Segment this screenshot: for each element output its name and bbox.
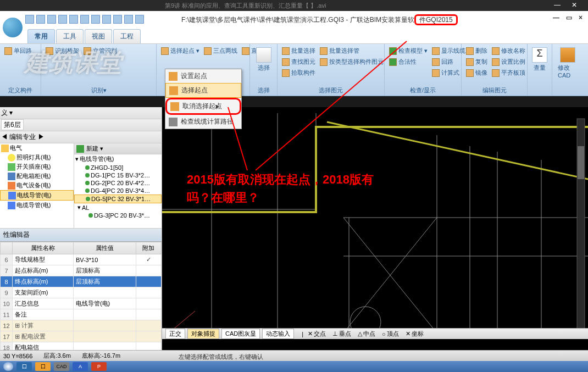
qat-new-icon[interactable] <box>25 15 34 24</box>
floor-selector[interactable]: 第6层 <box>1 119 24 130</box>
btn-batch-sel[interactable]: 批量选择 <box>281 46 317 55</box>
qat-icon[interactable] <box>124 15 133 24</box>
tab-common[interactable]: 常用 <box>27 29 55 43</box>
btn-del[interactable]: 删除 <box>465 46 489 55</box>
window-restore-icon[interactable]: ▭ <box>566 14 572 21</box>
tree-root[interactable]: 电气 <box>10 144 22 152</box>
tree-item[interactable]: ZHGD-1[50] <box>91 164 123 171</box>
btn-sel-start[interactable]: 选择起点▾ <box>160 46 201 55</box>
qat-icon[interactable] <box>91 15 100 24</box>
prop-row[interactable]: 10汇总信息电线导管(电) <box>1 298 162 309</box>
component-tree[interactable]: 新建 ▾ ▾ 电线导管(电) ZHGD-1[50] DG-1[PC 15 BV-… <box>74 143 162 228</box>
property-table[interactable]: 属性名称属性值附加 6导线规格型BV-3*107起点标高(m)层顶标高8终点标高… <box>0 242 162 350</box>
qat-icon[interactable] <box>102 15 111 24</box>
prop-row[interactable]: 18 配电箱信 <box>1 342 162 351</box>
tree-item[interactable]: 电气设备(电) <box>16 181 51 190</box>
tab-tools[interactable]: 工具 <box>56 29 84 43</box>
btn-find[interactable]: 查找图元 <box>281 57 317 66</box>
btn-flat[interactable]: 平齐板顶 <box>491 68 526 77</box>
btn-mirror[interactable]: 镜像 <box>465 68 489 77</box>
btn-id-tray[interactable]: 识别桥架 <box>45 46 80 55</box>
tree-item[interactable]: AL <box>82 204 89 211</box>
btn-qty[interactable]: Σ查量 <box>531 46 548 73</box>
spec-tab[interactable]: 编辑专业 <box>9 133 36 141</box>
menu-check-path[interactable]: 检查线缆计算路径 <box>165 115 241 129</box>
btn-bytype[interactable]: 按类型选择构件图元 <box>319 57 385 66</box>
start-icon[interactable] <box>3 362 13 371</box>
tree-item[interactable]: DG-2[PC 20 BV-4*2… <box>91 180 150 186</box>
btn-cad[interactable]: 修改CAD <box>556 46 579 80</box>
app-icon[interactable]: P <box>91 362 107 371</box>
tree-item[interactable]: 配电箱柜(电) <box>16 172 51 180</box>
btn-check[interactable]: 检查模型▾ <box>388 46 429 55</box>
max-icon[interactable]: ✕ <box>572 1 577 9</box>
tree-item[interactable]: 开关插座(电) <box>16 163 51 171</box>
snap-dynamic[interactable]: 动态输入 <box>262 329 294 339</box>
app-icon[interactable]: 囗 <box>35 362 51 371</box>
prop-row[interactable]: 7起点标高(m)层顶标高 <box>1 265 162 276</box>
qat-open-icon[interactable] <box>36 15 45 24</box>
app-menu-orb[interactable] <box>3 18 23 37</box>
qat-redo-icon[interactable] <box>69 15 78 24</box>
prop-row[interactable]: 12⊞ 计算 <box>1 320 162 331</box>
snap-osnap[interactable]: 对象捕捉 <box>187 329 219 339</box>
qat-icon[interactable] <box>80 15 89 24</box>
tab-project[interactable]: 工程 <box>113 29 141 43</box>
qat-save-icon[interactable] <box>47 15 56 24</box>
app-icon[interactable]: CAD <box>54 362 69 371</box>
snap-ortho[interactable]: 正交 <box>165 329 185 339</box>
app-icon[interactable]: 囗 <box>16 362 32 371</box>
tree-item-selected[interactable]: DG-5[PC 32 BV-3*1… <box>91 196 151 202</box>
qat-icon[interactable] <box>113 15 122 24</box>
tree-root[interactable]: 电线导管(电) <box>80 155 114 163</box>
tree-item[interactable]: 电缆导管(电) <box>16 201 51 209</box>
btn-copy[interactable]: 复制 <box>465 57 489 66</box>
tab-view[interactable]: 视图 <box>85 29 112 43</box>
mirror-icon <box>466 69 474 77</box>
tree-item[interactable]: DG-4[PC 20 BV-3*4… <box>91 187 150 194</box>
dot-icon <box>85 188 90 193</box>
qat-icon[interactable] <box>135 15 144 24</box>
document-path: F:\建筑课堂\多层电气课件\课件\建筑课堂演示工程.GQI3 - 广联达BIM… <box>181 15 458 25</box>
prop-row[interactable]: 8终点标高(m)层顶标高 <box>1 276 162 287</box>
prop-row[interactable]: 11备注 <box>1 309 162 320</box>
menu-cancel-start[interactable]: 取消选择起点➤ <box>165 98 241 115</box>
prop-row[interactable]: 17⊞ 配电设置 <box>1 331 162 342</box>
new-icon <box>76 145 84 153</box>
tree-item-selected[interactable]: 电线导管(电) <box>17 191 51 199</box>
snap-int[interactable]: ✕ 交点 <box>306 330 328 338</box>
prop-row[interactable]: 9支架间距(m) <box>1 287 162 298</box>
min-icon[interactable]: — <box>554 1 561 9</box>
video-title-bar: 第9讲 标准间的应用、查询工具重新识别、汇总重量【 】.avi — ✕ <box>0 0 588 11</box>
tree-item[interactable]: DG-1[PC 15 BV-3*2… <box>91 172 150 179</box>
btn-legal[interactable]: 合法性 <box>388 57 429 66</box>
rename-icon <box>492 47 500 55</box>
menu-set-start[interactable]: 设置起点 <box>165 69 241 83</box>
snap-perp[interactable]: ⊥ 垂点 <box>330 330 353 338</box>
tree-item[interactable]: 照明灯具(电) <box>16 153 51 162</box>
btn-loop[interactable]: 单回路 <box>3 46 33 55</box>
window-min-icon[interactable]: — <box>553 14 559 21</box>
qat-undo-icon[interactable] <box>58 15 67 24</box>
btn-pick[interactable]: 拾取构件 <box>281 68 317 77</box>
new-button[interactable]: 新建 ▾ <box>86 145 103 153</box>
btn-id-riser[interactable]: 立管识别 <box>82 46 118 55</box>
btn-rename[interactable]: 修改名称 <box>491 46 526 55</box>
snap-mid[interactable]: △ 中点 <box>356 330 378 338</box>
btn-3pt[interactable]: 三点两线 <box>203 46 238 55</box>
batch-icon <box>282 47 290 55</box>
category-tree[interactable]: 电气 照明灯具(电) 开关插座(电) 配电箱柜(电) 电气设备(电) 电线导管(… <box>0 143 74 228</box>
btn-select[interactable]: 选择 <box>253 46 274 73</box>
btn-scale[interactable]: 设置比例 <box>491 57 526 66</box>
drawing-canvas[interactable] <box>162 107 588 350</box>
app-icon[interactable]: A <box>73 362 88 371</box>
snap-apex[interactable]: ○ 顶点 <box>380 330 401 338</box>
btn-batch-pipe[interactable]: 批量选择管 <box>319 46 385 55</box>
check-icon <box>389 47 397 55</box>
window-close-icon[interactable]: × <box>579 14 583 21</box>
snap-coord[interactable]: ✕ 坐标 <box>403 330 426 338</box>
menu-select-start[interactable]: 选择起点 <box>165 83 241 98</box>
prop-row[interactable]: 6导线规格型BV-3*10 <box>1 254 162 265</box>
tree-item[interactable]: DG-3[PC 20 BV-3*… <box>94 212 150 219</box>
snap-cadgray[interactable]: CAD图灰显 <box>221 329 260 339</box>
